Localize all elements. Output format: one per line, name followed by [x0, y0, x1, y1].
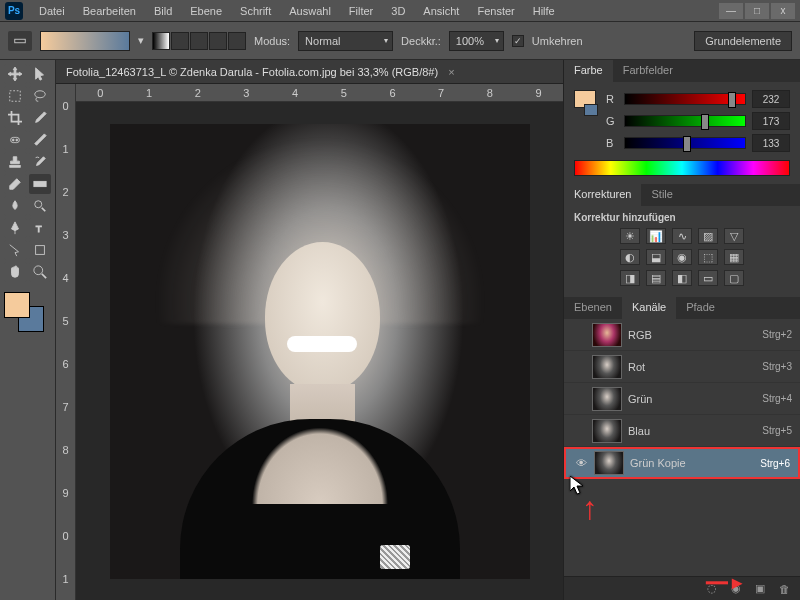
channel-gruen[interactable]: GrünStrg+4 — [564, 383, 800, 415]
stamp-tool[interactable] — [4, 152, 27, 172]
visibility-icon[interactable] — [572, 328, 586, 342]
eyedropper-tool[interactable] — [29, 108, 52, 128]
g-label: G — [606, 115, 618, 127]
adj-exposure-icon[interactable]: ▨ — [698, 228, 718, 244]
modus-dropdown[interactable]: Normal — [298, 31, 393, 51]
menu-schrift[interactable]: Schrift — [232, 2, 279, 20]
foreground-color[interactable] — [4, 292, 30, 318]
menu-bild[interactable]: Bild — [146, 2, 180, 20]
pen-tool[interactable] — [4, 218, 27, 238]
shape-tool[interactable] — [29, 240, 52, 260]
history-brush-tool[interactable] — [29, 152, 52, 172]
gradient-tool[interactable] — [29, 174, 52, 194]
move-tool[interactable] — [4, 64, 27, 84]
adj-invert-icon[interactable]: ◨ — [620, 270, 640, 286]
lasso-tool[interactable] — [29, 86, 52, 106]
g-slider[interactable] — [624, 115, 746, 127]
delete-channel-icon[interactable]: 🗑 — [776, 582, 792, 596]
adj-selective-icon[interactable]: ▢ — [724, 270, 744, 286]
adj-hue-icon[interactable]: ◐ — [620, 249, 640, 265]
active-tool-icon[interactable] — [8, 31, 32, 51]
gradient-angle[interactable] — [190, 32, 208, 50]
channel-blau[interactable]: BlauStrg+5 — [564, 415, 800, 447]
maximize-button[interactable]: □ — [745, 3, 769, 19]
channel-gruen-kopie[interactable]: 👁Grün KopieStrg+6 — [564, 447, 800, 479]
menu-ebene[interactable]: Ebene — [182, 2, 230, 20]
canvas-viewport[interactable] — [76, 102, 563, 600]
adj-bw-icon[interactable]: ⬓ — [646, 249, 666, 265]
adj-brightness-icon[interactable]: ☀ — [620, 228, 640, 244]
channel-rgb[interactable]: RGBStrg+2 — [564, 319, 800, 351]
umkehren-checkbox[interactable]: ✓ — [512, 35, 524, 47]
marquee-tool[interactable] — [4, 86, 27, 106]
menu-auswahl[interactable]: Auswahl — [281, 2, 339, 20]
visibility-icon[interactable]: 👁 — [574, 456, 588, 470]
minimize-button[interactable]: — — [719, 3, 743, 19]
heal-tool[interactable] — [4, 130, 27, 150]
path-tool[interactable] — [4, 240, 27, 260]
save-selection-icon[interactable]: ◉ — [728, 582, 744, 596]
tab-ebenen[interactable]: Ebenen — [564, 297, 622, 319]
menu-datei[interactable]: Datei — [31, 2, 73, 20]
menu-filter[interactable]: Filter — [341, 2, 381, 20]
tab-stile[interactable]: Stile — [641, 184, 682, 206]
menu-hilfe[interactable]: Hilfe — [525, 2, 563, 20]
b-slider[interactable] — [624, 137, 746, 149]
menu-3d[interactable]: 3D — [383, 2, 413, 20]
adj-levels-icon[interactable]: 📊 — [646, 228, 666, 244]
new-channel-icon[interactable]: ▣ — [752, 582, 768, 596]
visibility-icon[interactable] — [572, 360, 586, 374]
visibility-icon[interactable] — [572, 424, 586, 438]
close-tab-icon[interactable]: × — [448, 66, 454, 78]
close-button[interactable]: x — [771, 3, 795, 19]
adj-threshold-icon[interactable]: ◧ — [672, 270, 692, 286]
adj-posterize-icon[interactable]: ▤ — [646, 270, 666, 286]
crop-tool[interactable] — [4, 108, 27, 128]
document-title: Fotolia_12463713_L © Zdenka Darula - Fot… — [66, 66, 438, 78]
b-value[interactable]: 133 — [752, 134, 790, 152]
adj-vibrance-icon[interactable]: ▽ — [724, 228, 744, 244]
tab-korrekturen[interactable]: Korrekturen — [564, 184, 641, 206]
selection-tool[interactable] — [29, 64, 52, 84]
brush-tool[interactable] — [29, 130, 52, 150]
dodge-tool[interactable] — [29, 196, 52, 216]
adj-curves-icon[interactable]: ∿ — [672, 228, 692, 244]
adj-photo-filter-icon[interactable]: ◉ — [672, 249, 692, 265]
adj-color-lookup-icon[interactable]: ▦ — [724, 249, 744, 265]
gradient-diamond[interactable] — [228, 32, 246, 50]
menu-bearbeiten[interactable]: Bearbeiten — [75, 2, 144, 20]
mini-swatch[interactable] — [574, 90, 598, 156]
tab-farbfelder[interactable]: Farbfelder — [613, 60, 683, 82]
tab-kanaele[interactable]: Kanäle — [622, 297, 676, 319]
hand-tool[interactable] — [4, 262, 27, 282]
type-tool[interactable]: T — [29, 218, 52, 238]
grundelemente-button[interactable]: Grundelemente — [694, 31, 792, 51]
menu-ansicht[interactable]: Ansicht — [415, 2, 467, 20]
load-selection-icon[interactable]: ◌ — [704, 582, 720, 596]
eraser-tool[interactable] — [4, 174, 27, 194]
channel-rot[interactable]: RotStrg+3 — [564, 351, 800, 383]
tab-pfade[interactable]: Pfade — [676, 297, 725, 319]
document-tab[interactable]: Fotolia_12463713_L © Zdenka Darula - Fot… — [56, 60, 563, 84]
r-slider[interactable] — [624, 93, 746, 105]
gradient-reflected[interactable] — [209, 32, 227, 50]
dropdown-icon[interactable]: ▾ — [138, 34, 144, 47]
titlebar: Ps Datei Bearbeiten Bild Ebene Schrift A… — [0, 0, 800, 22]
blur-tool[interactable] — [4, 196, 27, 216]
tab-farbe[interactable]: Farbe — [564, 60, 613, 82]
g-value[interactable]: 173 — [752, 112, 790, 130]
spectrum-bar[interactable] — [574, 160, 790, 176]
svg-text:T: T — [35, 223, 41, 234]
deckkr-dropdown[interactable]: 100% — [449, 31, 504, 51]
menu-fenster[interactable]: Fenster — [469, 2, 522, 20]
r-value[interactable]: 232 — [752, 90, 790, 108]
gradient-radial[interactable] — [171, 32, 189, 50]
visibility-icon[interactable] — [572, 392, 586, 406]
zoom-tool[interactable] — [29, 262, 52, 282]
color-swatches[interactable] — [4, 292, 44, 332]
adj-gradient-map-icon[interactable]: ▭ — [698, 270, 718, 286]
gradient-preview[interactable] — [40, 31, 130, 51]
gradient-type-group — [152, 32, 246, 50]
adj-channel-mixer-icon[interactable]: ⬚ — [698, 249, 718, 265]
gradient-linear[interactable] — [152, 32, 170, 50]
